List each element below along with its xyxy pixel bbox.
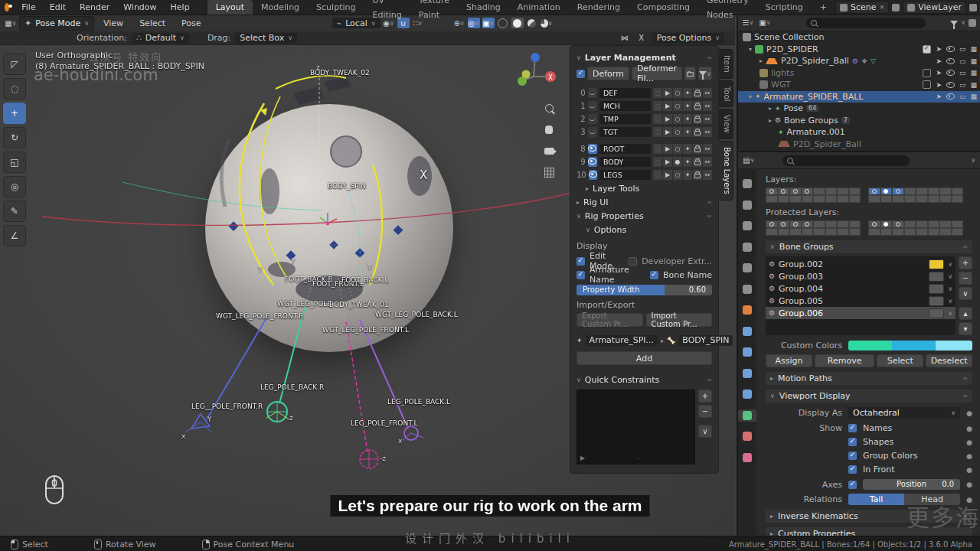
custom-color-select[interactable] (892, 341, 936, 350)
bone-layer-cell[interactable] (802, 220, 814, 228)
hide-eye-icon[interactable] (946, 70, 955, 76)
render-disable-icon[interactable]: ▦ (970, 45, 977, 53)
properties-editor-type-icon[interactable]: ▤∨ (743, 155, 755, 166)
bone-layer-cell[interactable] (813, 220, 825, 228)
solo-icon[interactable]: ○ (673, 144, 682, 154)
bone-layer-cell[interactable] (789, 187, 802, 195)
bone-groups-header[interactable]: ∨Bone Groups≡ (766, 240, 972, 253)
quick-constraints-list[interactable]: ▶ ⋯ (577, 390, 695, 465)
bone-layer-cell[interactable] (916, 220, 928, 228)
selectable-cursor-icon[interactable]: ➤ (936, 69, 942, 77)
bone-layer-cell[interactable] (802, 187, 814, 195)
selectable-cursor-icon[interactable]: ➤ (936, 45, 942, 53)
workspace-tab-uv-editing[interactable]: UV Editing (364, 0, 410, 22)
selectable-icon[interactable]: ▶ (663, 114, 672, 124)
blender-logo-icon[interactable] (5, 3, 9, 11)
group-color-swatch[interactable] (929, 284, 944, 294)
bone-layer-cell[interactable] (880, 228, 893, 236)
bone-layer-cell[interactable] (952, 220, 964, 228)
custom-shape-icon[interactable]: ◌ (653, 114, 662, 124)
lock-icon[interactable] (693, 101, 702, 111)
deformer-filter-button[interactable]: Deformer Fil... (632, 67, 682, 80)
mode-dropdown[interactable]: ✦ Pose Mode ∨ (19, 16, 94, 31)
display-as-dropdown[interactable]: Octahedral ∨ (848, 407, 960, 419)
bone-layer-cell[interactable] (892, 228, 904, 236)
bone-layer-cell[interactable] (789, 228, 802, 236)
object-tab[interactable] (743, 305, 752, 315)
bone-layer-cell[interactable] (825, 228, 838, 236)
bone-layer-cell[interactable] (868, 220, 880, 228)
add-workspace-button[interactable]: + (812, 0, 835, 15)
viewport-disable-icon[interactable]: ▭ (959, 69, 966, 77)
shading-material-icon[interactable] (526, 18, 538, 28)
group-add-button[interactable]: + (959, 256, 972, 269)
modifiers-tab[interactable] (743, 327, 752, 336)
selectable-icon[interactable]: ▶ (663, 170, 672, 180)
trash-icon[interactable]: 🗀 (684, 67, 696, 80)
bone-layer-cell[interactable] (813, 195, 825, 203)
viewport-disable-icon[interactable]: ▭ (959, 81, 966, 89)
new-view-layer-icon[interactable] (969, 4, 977, 11)
move-layer-icon[interactable]: ↔ (703, 114, 712, 124)
bone-layer-cell[interactable] (789, 195, 802, 203)
outliner-row-wgt[interactable]: WGT ➤ ▭ ▦ (738, 79, 980, 91)
bone-group-row[interactable]: ⚙Group.003 ∨ (766, 270, 956, 282)
bone-layer-cell[interactable] (939, 195, 952, 203)
bone-group-row-selected[interactable]: ⚙Group.006 ∨ (766, 307, 956, 319)
zoom-icon[interactable] (542, 101, 556, 115)
scene-selector[interactable]: Scene ✕ (835, 1, 889, 14)
bone-layer-cell[interactable] (766, 228, 778, 236)
bone-group-row[interactable]: ⚙Group.004 ∨ (766, 282, 956, 295)
new-scene-icon[interactable] (892, 4, 900, 11)
workspace-tab-scripting[interactable]: Scripting (757, 0, 812, 15)
options-header[interactable]: ∨Options (577, 223, 712, 236)
properties-options-icon[interactable]: ∨ (971, 157, 975, 164)
outliner-row-armature-data[interactable]: ✦ Armature.001 (738, 126, 980, 139)
workspace-tab-animation[interactable]: Animation (509, 0, 569, 15)
pan-hand-icon[interactable] (542, 122, 556, 136)
layer-name-field[interactable]: ROOT (599, 144, 651, 154)
in-front-checkbox[interactable] (848, 465, 857, 474)
workspace-tab-compositing[interactable]: Compositing (629, 0, 698, 15)
visibility-eye-icon[interactable] (588, 101, 597, 111)
bone-layer-cell[interactable] (802, 228, 814, 236)
bone-layer-cell[interactable] (880, 195, 893, 203)
bone-layer-cell[interactable] (825, 220, 838, 228)
outliner-row-scene-collection[interactable]: Scene Collection (738, 31, 980, 44)
deform-bone-icon[interactable]: ✦ (683, 157, 692, 167)
selectable-cursor-icon[interactable]: ➤ (936, 57, 942, 65)
bone-layer-cell[interactable] (880, 220, 893, 228)
property-width-slider[interactable]: Property Width 0.60 (577, 285, 712, 295)
deform-bone-icon[interactable]: ✦ (683, 170, 692, 180)
custom-shape-icon[interactable]: ◌ (653, 170, 662, 180)
object-data-tab[interactable] (738, 409, 756, 422)
render-disable-icon[interactable]: ▦ (970, 69, 977, 77)
menu-file[interactable]: File (15, 0, 42, 15)
axes-checkbox[interactable] (848, 481, 857, 489)
solo-icon[interactable]: ○ (673, 114, 682, 124)
tool-tab[interactable] (743, 179, 752, 188)
lock-icon[interactable] (693, 114, 702, 124)
group-move-up-button[interactable]: ▴ (959, 307, 972, 320)
shading-wireframe-icon[interactable] (497, 18, 509, 28)
output-tab[interactable] (743, 221, 752, 230)
menu-render[interactable]: Render (73, 0, 116, 15)
deform-bone-icon[interactable]: ✦ (683, 127, 692, 137)
render-disable-icon[interactable]: ▦ (970, 93, 977, 100)
bone-layer-cell[interactable] (837, 187, 849, 195)
bone-layer-cell[interactable] (778, 228, 790, 236)
disclosure-icon[interactable]: ▾ (749, 46, 752, 53)
bone-layer-cell[interactable] (766, 195, 778, 203)
deform-checkbox[interactable] (577, 70, 585, 78)
deform-bone-icon[interactable]: ✦ (683, 114, 692, 124)
bone-layer-cell[interactable] (849, 228, 861, 236)
selectable-icon[interactable]: ▶ (663, 88, 672, 98)
selectable-icon[interactable]: ▶ (663, 101, 672, 111)
bone-layer-cell[interactable] (813, 228, 825, 236)
outliner-new-collection-icon[interactable] (969, 19, 976, 27)
bone-layer-cell[interactable] (904, 220, 916, 228)
bone-layer-cell[interactable] (837, 220, 849, 228)
custom-shape-icon[interactable]: ◌ (653, 144, 662, 154)
bone-layer-cell[interactable] (825, 195, 838, 203)
render-disable-icon[interactable]: ▦ (970, 57, 977, 65)
